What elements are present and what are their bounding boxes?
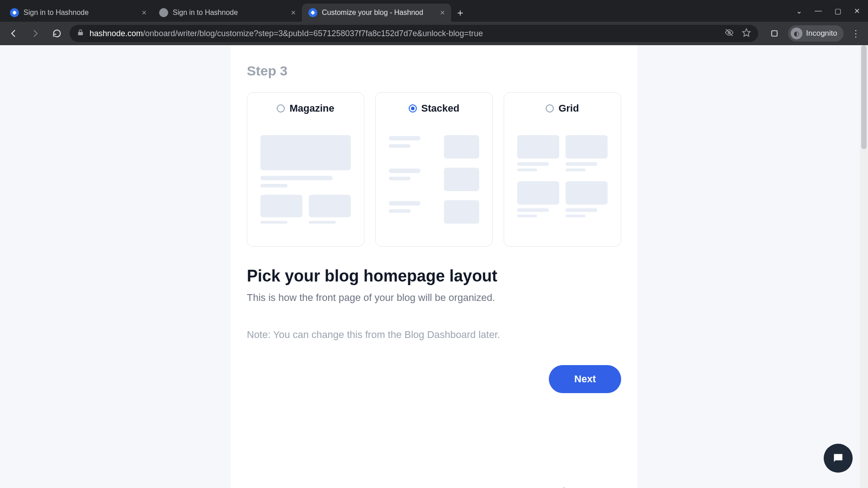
- address-bar[interactable]: hashnode.com/onboard/writer/blog/customi…: [70, 25, 758, 42]
- tab-title: Customize your blog - Hashnod: [322, 9, 435, 17]
- svg-rect-0: [12, 10, 17, 15]
- globe-favicon-icon: [159, 8, 168, 17]
- hashnode-favicon-icon: [308, 8, 317, 17]
- layout-option-grid[interactable]: Grid: [504, 92, 621, 247]
- browser-tab-1[interactable]: Sign in to Hashnode ×: [4, 4, 153, 22]
- layout-option-magazine[interactable]: Magazine: [247, 92, 364, 247]
- section-headline: Pick your blog homepage layout: [231, 247, 637, 286]
- window-close-icon[interactable]: ✕: [854, 7, 860, 15]
- option-label: Stacked: [421, 103, 459, 114]
- layout-options: Magazine Stacked: [231, 92, 637, 247]
- magazine-preview: [260, 135, 351, 224]
- layout-option-stacked[interactable]: Stacked: [375, 92, 493, 247]
- step-label: Step 3: [231, 45, 637, 92]
- section-note: Note: You can change this from the Blog …: [231, 304, 637, 341]
- url-text: hashnode.com/onboard/writer/blog/customi…: [90, 29, 483, 38]
- radio-stacked[interactable]: [409, 104, 417, 113]
- radio-grid[interactable]: [546, 104, 554, 113]
- vertical-scrollbar[interactable]: [860, 45, 868, 488]
- maximize-icon[interactable]: ▢: [835, 7, 841, 15]
- scrollbar-thumb[interactable]: [861, 45, 867, 149]
- tab-title: Sign in to Hashnode: [173, 9, 286, 17]
- close-icon[interactable]: ×: [440, 8, 445, 18]
- reload-button[interactable]: [48, 24, 66, 42]
- incognito-icon: ◐: [791, 28, 802, 39]
- tab-title: Sign in to Hashnode: [24, 9, 137, 17]
- new-tab-button[interactable]: ＋: [451, 4, 469, 22]
- lock-icon: [77, 29, 84, 38]
- svg-rect-1: [311, 10, 315, 15]
- option-label: Magazine: [289, 103, 334, 114]
- radio-magazine[interactable]: [277, 104, 285, 113]
- extensions-button[interactable]: [765, 24, 783, 42]
- close-icon[interactable]: ×: [291, 8, 296, 18]
- option-label: Grid: [558, 103, 579, 114]
- svg-marker-4: [743, 29, 750, 37]
- browser-menu-button[interactable]: ⋮: [848, 28, 863, 39]
- onboarding-card: Step 3 Magazine: [231, 45, 637, 488]
- browser-tabbar: Sign in to Hashnode × Sign in to Hashnod…: [0, 0, 868, 22]
- next-button[interactable]: Next: [549, 365, 621, 393]
- close-icon[interactable]: ×: [142, 8, 146, 18]
- chat-icon: [832, 452, 844, 465]
- browser-toolbar: hashnode.com/onboard/writer/blog/customi…: [0, 22, 868, 45]
- forward-button[interactable]: [26, 24, 44, 42]
- incognito-indicator[interactable]: ◐ Incognito: [788, 25, 844, 42]
- window-controls: ⌄ ― ▢ ✕: [796, 0, 868, 22]
- browser-tab-3[interactable]: Customize your blog - Hashnod ×: [302, 4, 451, 22]
- back-button[interactable]: [5, 24, 23, 42]
- chat-launcher-button[interactable]: [824, 444, 853, 473]
- svg-rect-5: [772, 31, 777, 36]
- stacked-preview: [389, 135, 479, 224]
- hashnode-favicon-icon: [10, 8, 19, 17]
- grid-preview: [517, 135, 608, 217]
- minimize-icon[interactable]: ―: [815, 7, 822, 15]
- chevron-down-icon[interactable]: ⌄: [796, 7, 802, 15]
- incognito-label: Incognito: [806, 29, 837, 38]
- section-subhead: This is how the front page of your blog …: [231, 286, 637, 304]
- page-viewport: Step 3 Magazine: [0, 45, 868, 488]
- eye-off-icon[interactable]: [725, 28, 734, 39]
- star-icon[interactable]: [742, 28, 751, 39]
- browser-tab-2[interactable]: Sign in to Hashnode ×: [153, 4, 302, 22]
